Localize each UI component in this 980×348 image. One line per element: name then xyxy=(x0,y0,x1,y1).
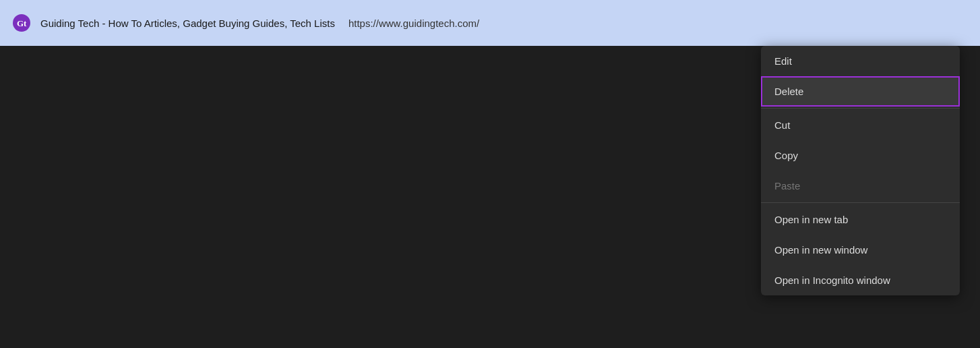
menu-item-open-new-tab[interactable]: Open in new tab xyxy=(761,204,960,235)
menu-divider-1 xyxy=(761,108,960,109)
bookmark-title: Guiding Tech - How To Articles, Gadget B… xyxy=(40,18,335,29)
site-icon: Gt xyxy=(11,12,32,34)
svg-text:Gt: Gt xyxy=(17,18,27,28)
menu-item-cut-label: Cut xyxy=(774,119,790,131)
menu-item-copy-label: Copy xyxy=(774,150,798,161)
menu-item-open-new-window[interactable]: Open in new window xyxy=(761,235,960,265)
menu-item-paste-label: Paste xyxy=(774,180,800,192)
menu-item-open-incognito[interactable]: Open in Incognito window xyxy=(761,265,960,295)
menu-item-open-incognito-label: Open in Incognito window xyxy=(774,274,890,286)
menu-item-edit[interactable]: Edit xyxy=(761,46,960,76)
menu-item-delete-label: Delete xyxy=(774,86,803,97)
menu-item-delete[interactable]: Delete xyxy=(761,76,960,107)
menu-item-open-new-tab-label: Open in new tab xyxy=(774,214,848,225)
menu-item-edit-label: Edit xyxy=(774,55,792,67)
main-content: Edit Delete Cut Copy Paste Open in new t… xyxy=(0,46,980,348)
menu-item-copy[interactable]: Copy xyxy=(761,140,960,171)
menu-divider-2 xyxy=(761,202,960,203)
menu-item-paste: Paste xyxy=(761,171,960,201)
context-menu: Edit Delete Cut Copy Paste Open in new t… xyxy=(761,46,960,295)
bookmark-bar: Gt Guiding Tech - How To Articles, Gadge… xyxy=(0,0,980,46)
bookmark-url: https://www.guidingtech.com/ xyxy=(348,18,479,29)
menu-item-cut[interactable]: Cut xyxy=(761,110,960,140)
menu-item-open-new-window-label: Open in new window xyxy=(774,244,867,256)
